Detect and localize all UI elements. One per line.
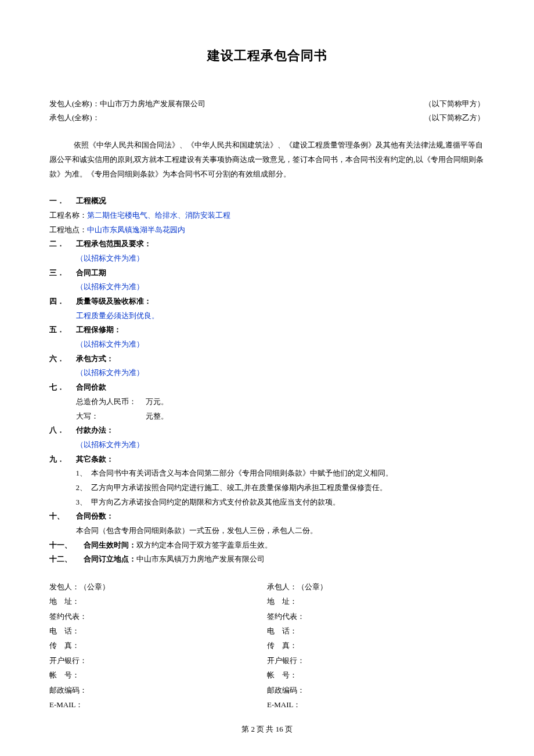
s7-row1-label: 总造价为人民币： — [76, 395, 144, 409]
s3-title: 合同工期 — [76, 266, 106, 280]
section-7: 七． 合同价款 总造价为人民币： 万元。 大写： 元整。 — [49, 380, 485, 423]
section-10: 十、 合同份数： 本合同（包含专用合同细则条款）一式五份，发包人三份，承包人二份… — [49, 509, 485, 538]
s1-loc-label: 工程地点： — [49, 223, 87, 237]
s4-title: 质量等级及验收标准： — [76, 294, 151, 309]
s7-row2-label: 大写： — [76, 409, 144, 424]
sig-right-rep: 签约代表： — [267, 609, 485, 624]
s5-title: 工程保修期： — [76, 323, 121, 337]
signature-block: 发包人：（公章） 地 址： 签约代表： 电 话： 传 真： 开户银行： 帐 号：… — [49, 579, 485, 712]
sig-right-bank: 开户银行： — [267, 653, 485, 668]
sig-left-rep: 签约代表： — [49, 609, 267, 624]
s2-num: 二． — [49, 237, 76, 251]
section-5: 五． 工程保修期： （以招标文件为准） — [49, 323, 485, 351]
s8-title: 付款办法： — [76, 423, 114, 438]
section-3: 三． 合同工期 （以招标文件为准） — [49, 266, 485, 294]
s11-content: 双方约定本合同于双方签字盖章后生效。 — [136, 538, 272, 553]
sig-right-col: 承包人：（公章） 地 址： 签约代表： 电 话： 传 真： 开户银行： 帐 号：… — [267, 579, 485, 712]
s7-row1-unit: 万元。 — [146, 397, 168, 406]
s9-item-1: 1、 本合同书中有关词语含义与本合同第二部分《专用合同细则条款》中赋予他们的定义… — [49, 466, 485, 481]
sig-left-header: 发包人：（公章） — [49, 579, 267, 594]
s6-content: （以招标文件为准） — [49, 366, 485, 380]
s12-title: 合同订立地点： — [84, 552, 136, 567]
s10-num: 十、 — [49, 509, 76, 524]
party-a-text: 发包人(全称)：中山市万力房地产发展有限公司 — [49, 97, 205, 111]
sig-left-col: 发包人：（公章） 地 址： 签约代表： 电 话： 传 真： 开户银行： 帐 号：… — [49, 579, 267, 712]
section-6: 六． 承包方式： （以招标文件为准） — [49, 352, 485, 380]
sig-left-email: E-MAIL： — [49, 697, 267, 712]
s8-content: （以招标文件为准） — [49, 438, 485, 452]
sig-left-fax: 传 真： — [49, 638, 267, 653]
intro-paragraph: 依照《中华人民共和国合同法》、《中华人民共和国建筑法》、《建设工程质量管理条例》… — [49, 138, 485, 181]
sig-right-header: 承包人：（公章） — [267, 579, 485, 594]
s7-title: 合同价款 — [76, 380, 106, 395]
s1-name-value: 第二期住宅楼电气、给排水、消防安装工程 — [87, 208, 230, 223]
sig-right-tel: 电 话： — [267, 624, 485, 638]
s9-title: 其它条款： — [76, 452, 114, 467]
s9-item-3: 3、 甲方向乙方承诺按合同约定的期限和方式支付价款及其他应当支付的款项。 — [49, 495, 485, 510]
party-b-row: 承包人(全称)： （以下简称乙方） — [49, 111, 485, 125]
s11-num: 十一、 — [49, 538, 84, 553]
party-b-text: 承包人(全称)： — [49, 111, 100, 125]
section-2: 二． 工程承包范围及要求： （以招标文件为准） — [49, 237, 485, 265]
sig-right-email: E-MAIL： — [267, 697, 485, 712]
sig-left-bank: 开户银行： — [49, 653, 267, 668]
s1-name-label: 工程名称： — [49, 208, 87, 223]
s3-num: 三． — [49, 266, 76, 280]
sig-right-acct: 帐 号： — [267, 668, 485, 682]
section-11: 十一、 合同生效时间： 双方约定本合同于双方签字盖章后生效。 — [49, 538, 485, 553]
s1-loc-value: 中山市东凤镇逸湖半岛花园内 — [87, 223, 185, 237]
sig-right-addr: 地 址： — [267, 594, 485, 609]
section-1: 一． 工程概况 工程名称： 第二期住宅楼电气、给排水、消防安装工程 工程地点： … — [49, 194, 485, 237]
party-a-row: 发包人(全称)：中山市万力房地产发展有限公司 （以下简称甲方） — [49, 97, 485, 111]
sig-right-zip: 邮政编码： — [267, 683, 485, 697]
section-12: 十二、 合同订立地点： 中山市东凤镇万力房地产发展有限公司 — [49, 552, 485, 567]
s10-title: 合同份数： — [76, 509, 114, 524]
s5-num: 五． — [49, 323, 76, 337]
sig-left-acct: 帐 号： — [49, 668, 267, 682]
s5-content: （以招标文件为准） — [49, 337, 485, 352]
sig-left-addr: 地 址： — [49, 594, 267, 609]
s12-num: 十二、 — [49, 552, 84, 567]
document-title: 建设工程承包合同书 — [49, 44, 485, 68]
party-a-alias: （以下简称甲方） — [424, 97, 485, 111]
s7-num: 七． — [49, 380, 76, 395]
s1-title: 工程概况 — [76, 194, 106, 208]
sig-right-fax: 传 真： — [267, 638, 485, 653]
s2-content: （以招标文件为准） — [49, 251, 485, 266]
sig-left-tel: 电 话： — [49, 624, 267, 638]
section-4: 四． 质量等级及验收标准： 工程质量必须达到优良。 — [49, 294, 485, 323]
s4-num: 四． — [49, 294, 76, 309]
s9-item-2: 2、 乙方向甲方承诺按照合同约定进行施工、竣工,并在质量保修期内承担工程质量保修… — [49, 481, 485, 495]
s7-row2-unit: 元整。 — [146, 412, 168, 420]
section-9: 九． 其它条款： 1、 本合同书中有关词语含义与本合同第二部分《专用合同细则条款… — [49, 452, 485, 510]
s6-num: 六． — [49, 352, 76, 366]
s9-num: 九． — [49, 452, 76, 467]
s8-num: 八． — [49, 423, 76, 438]
s2-title: 工程承包范围及要求： — [76, 237, 151, 251]
party-b-alias: （以下简称乙方） — [424, 111, 485, 125]
s6-title: 承包方式： — [76, 352, 114, 366]
s11-title: 合同生效时间： — [84, 538, 136, 553]
s3-content: （以招标文件为准） — [49, 280, 485, 294]
section-8: 八． 付款办法： （以招标文件为准） — [49, 423, 485, 452]
page-footer: 第 2 页 共 16 页 — [49, 722, 485, 737]
sig-left-zip: 邮政编码： — [49, 683, 267, 697]
s4-content: 工程质量必须达到优良。 — [49, 309, 485, 323]
s10-content: 本合同（包含专用合同细则条款）一式五份，发包人三份，承包人二份。 — [49, 524, 485, 538]
s1-num: 一． — [49, 194, 76, 208]
s12-content: 中山市东凤镇万力房地产发展有限公司 — [136, 552, 265, 567]
